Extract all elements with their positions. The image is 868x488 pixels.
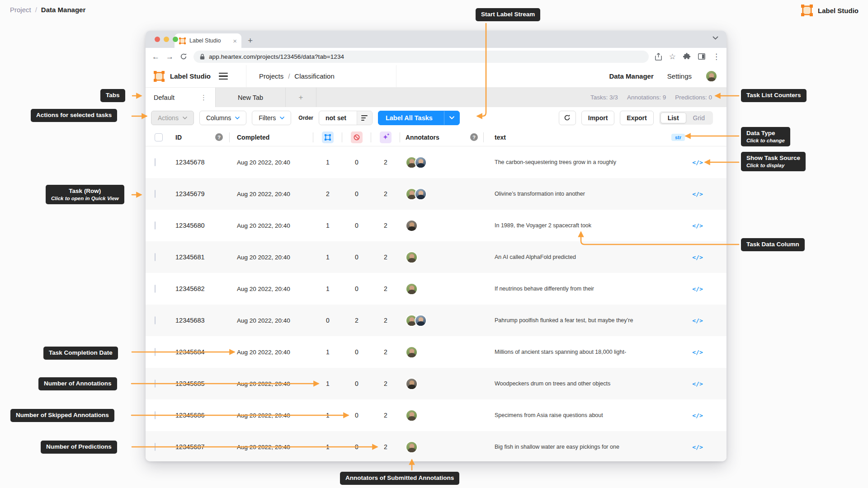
tab-default[interactable]: Default ⋮ — [146, 88, 216, 107]
share-icon[interactable] — [655, 53, 662, 61]
help-icon[interactable]: ? — [470, 133, 478, 141]
chevron-down-icon[interactable] — [712, 36, 718, 40]
table-row[interactable]: 12345686 Aug 20 2022, 20:40 1 0 2 Specim… — [146, 399, 726, 431]
label-studio-logo-icon[interactable] — [154, 71, 165, 82]
row-checkbox[interactable] — [155, 190, 156, 198]
annotator-avatar — [406, 409, 418, 422]
row-checkbox[interactable] — [155, 158, 156, 166]
browser-tab[interactable]: Label Studio × — [175, 33, 241, 48]
minimize-window-button[interactable] — [164, 37, 169, 42]
reload-icon[interactable] — [180, 53, 187, 60]
help-icon[interactable]: ? — [215, 133, 223, 141]
annotator-avatar — [406, 220, 418, 232]
skipped-count: 0 — [342, 190, 371, 197]
column-header-annotations[interactable] — [313, 132, 342, 142]
table-row[interactable]: 12345678 Aug 20 2022, 20:40 1 0 2 The ca… — [146, 146, 726, 178]
breadcrumb-projects[interactable]: Projects — [259, 72, 283, 80]
address-bar[interactable]: app.heartex.com/projects/123456/data?tab… — [193, 51, 649, 63]
show-source-icon[interactable]: </> — [685, 286, 710, 292]
refresh-button[interactable] — [559, 111, 576, 125]
table-row[interactable]: 12345684 Aug 20 2022, 20:40 1 0 2 Millio… — [146, 336, 726, 368]
skipped-count: 0 — [342, 443, 371, 450]
task-completed-date: Aug 20 2022, 20:40 — [230, 222, 313, 229]
row-checkbox[interactable] — [155, 316, 156, 324]
column-header-text[interactable]: text str — [484, 132, 685, 142]
nav-data-manager[interactable]: Data Manager — [609, 72, 653, 80]
show-source-icon[interactable]: </> — [685, 317, 710, 324]
task-text: Specimens from Asia raise questions abou… — [484, 412, 685, 418]
show-source-icon[interactable]: </> — [685, 159, 710, 166]
task-text: Woodpeckers drum on trees and other obje… — [484, 380, 685, 387]
label-tasks-dropdown-toggle[interactable] — [444, 111, 459, 125]
zoom-window-button[interactable] — [173, 37, 178, 42]
export-button[interactable]: Export — [620, 111, 653, 125]
chevron-down-icon — [183, 117, 187, 119]
bookmark-star-icon[interactable]: ☆ — [669, 53, 676, 61]
extensions-puzzle-icon[interactable] — [683, 53, 691, 61]
row-checkbox[interactable] — [155, 221, 156, 230]
row-checkbox[interactable] — [155, 348, 156, 356]
actions-dropdown[interactable]: Actions — [151, 111, 194, 125]
annotations-count: 2 — [313, 190, 342, 197]
hamburger-menu-icon[interactable] — [219, 73, 228, 80]
order-selector[interactable]: not set — [319, 111, 373, 125]
task-id: 12345679 — [166, 190, 230, 197]
column-header-id[interactable]: ID ? — [166, 132, 230, 142]
annotators-cell — [400, 441, 484, 453]
annotations-count: 1 — [313, 285, 342, 292]
view-grid-option[interactable]: Grid — [686, 113, 712, 123]
show-source-icon[interactable]: </> — [685, 222, 710, 229]
filters-dropdown[interactable]: Filters — [252, 111, 291, 125]
column-header-completed[interactable]: Completed — [230, 132, 313, 142]
table-row[interactable]: 12345687 Aug 20 2022, 20:40 1 0 2 Big fi… — [146, 431, 726, 461]
browser-menu-kebab-icon[interactable]: ⋮ — [712, 53, 720, 61]
user-avatar[interactable] — [705, 70, 717, 82]
column-header-annotators[interactable]: Annotators ? — [400, 132, 484, 142]
tab-new-tab[interactable]: New Tab — [216, 88, 286, 107]
add-tab-button[interactable]: + — [286, 88, 316, 107]
label-studio-brand: Label Studio — [801, 5, 859, 16]
show-source-icon[interactable]: </> — [685, 412, 710, 419]
show-source-icon[interactable]: </> — [685, 254, 710, 261]
export-label: Export — [627, 114, 646, 122]
columns-dropdown[interactable]: Columns — [199, 111, 246, 125]
skipped-count: 0 — [342, 159, 371, 166]
column-header-skipped[interactable] — [342, 132, 371, 142]
side-panel-icon[interactable] — [698, 53, 705, 60]
show-source-icon[interactable]: </> — [685, 349, 710, 356]
column-header-predictions[interactable]: ✦✦ — [371, 132, 400, 142]
tab-options-kebab-icon[interactable]: ⋮ — [200, 94, 207, 102]
row-checkbox[interactable] — [155, 443, 156, 451]
row-checkbox[interactable] — [155, 411, 156, 419]
task-completed-date: Aug 20 2022, 20:40 — [230, 412, 313, 419]
table-row[interactable]: 12345683 Aug 20 2022, 20:40 0 2 2 Pahrum… — [146, 305, 726, 336]
data-type-badge[interactable]: str — [671, 134, 685, 141]
app-header: Label Studio Projects / Classification D… — [146, 65, 726, 88]
close-window-button[interactable] — [155, 37, 160, 42]
show-source-icon[interactable]: </> — [685, 444, 710, 450]
label-all-tasks-button[interactable]: Label All Tasks — [378, 111, 460, 125]
row-checkbox[interactable] — [155, 380, 156, 388]
table-row[interactable]: 12345680 Aug 20 2022, 20:40 1 0 2 In 198… — [146, 210, 726, 241]
annotators-cell — [400, 283, 484, 295]
table-row[interactable]: 12345685 Aug 20 2022, 20:40 1 0 2 Woodpe… — [146, 368, 726, 399]
row-checkbox[interactable] — [155, 253, 156, 261]
table-row[interactable]: 12345681 Aug 20 2022, 20:40 1 0 2 An AI … — [146, 241, 726, 273]
show-source-icon[interactable]: </> — [685, 191, 710, 197]
nav-settings[interactable]: Settings — [667, 72, 692, 80]
row-checkbox[interactable] — [155, 285, 156, 293]
sort-direction-button[interactable] — [357, 111, 372, 125]
tab-close-icon[interactable]: × — [233, 38, 237, 44]
select-all-checkbox[interactable] — [155, 133, 163, 141]
breadcrumb-classification: Classification — [294, 72, 334, 80]
task-id: 12345682 — [166, 285, 230, 292]
breadcrumb-project[interactable]: Project — [10, 6, 31, 14]
show-source-icon[interactable]: </> — [685, 380, 710, 387]
forward-icon[interactable]: → — [166, 53, 174, 61]
import-button[interactable]: Import — [581, 111, 615, 125]
back-icon[interactable]: ← — [152, 53, 160, 61]
table-row[interactable]: 12345682 Aug 20 2022, 20:40 1 0 2 If neu… — [146, 273, 726, 305]
table-row[interactable]: 12345679 Aug 20 2022, 20:40 2 0 2 Olivin… — [146, 178, 726, 210]
view-list-option[interactable]: List — [660, 113, 686, 123]
new-tab-icon[interactable]: + — [248, 36, 253, 45]
